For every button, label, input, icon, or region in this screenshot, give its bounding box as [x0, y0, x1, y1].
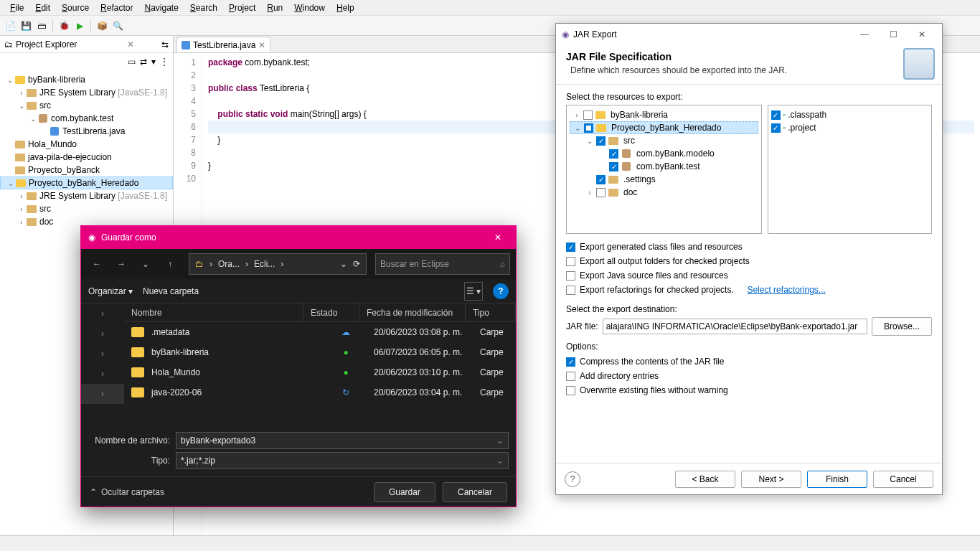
save-icon[interactable]: 💾 — [19, 19, 33, 33]
resource-item[interactable]: ⌄✓src — [570, 134, 758, 147]
help-icon[interactable]: ? — [493, 283, 509, 299]
tree-item[interactable]: ⌄Proyecto_byBank_Heredado — [0, 176, 173, 189]
resource-item[interactable]: ✓com.byBank.modelo — [570, 147, 758, 160]
forward-icon[interactable]: → — [111, 254, 131, 274]
collapse-icon[interactable]: ⇆ — [161, 39, 169, 50]
resource-files[interactable]: ✓ ▫ .classpath✓ ▫ .project — [768, 105, 932, 234]
tree-item[interactable]: TestLibreria.java — [0, 125, 173, 138]
resource-item[interactable]: ›byBank-libreria — [570, 108, 758, 121]
tree-item[interactable]: java-pila-de-ejecucion — [0, 151, 173, 164]
filename-label: Nombre de archivo: — [88, 435, 170, 446]
build-icon[interactable]: 📦 — [95, 19, 109, 33]
folder-icon: 🗀 — [194, 259, 205, 269]
resource-tree[interactable]: ›byBank-libreria⌄Proyecto_byBank_Heredad… — [566, 105, 762, 234]
close-icon[interactable]: ✕ — [908, 24, 936, 44]
menu-project[interactable]: Project — [223, 1, 261, 14]
close-icon[interactable]: ✕ — [127, 39, 134, 50]
jar-file-input[interactable] — [603, 319, 867, 334]
dropdown-icon[interactable]: ⌄ — [339, 259, 349, 269]
menubar[interactable]: FileEditSourceRefactorNavigateSearchProj… — [0, 0, 980, 16]
option-check[interactable]: Add directory entries — [566, 369, 932, 383]
resource-file[interactable]: ✓ ▫ .project — [771, 121, 928, 134]
maximize-icon[interactable]: ☐ — [879, 24, 908, 44]
resource-item[interactable]: ✓.settings — [570, 173, 758, 186]
tree-item[interactable]: Hola_Mundo — [0, 138, 173, 151]
project-tree[interactable]: ⌄byBank-libreria›JRE System Library [Jav… — [0, 70, 173, 231]
filename-input[interactable]: byBank-exportado3⌄ — [176, 432, 509, 449]
java-file-icon — [182, 41, 190, 50]
menu-refactor[interactable]: Refactor — [95, 1, 138, 14]
tree-item[interactable]: ›JRE System Library [JavaSE-1.8] — [0, 86, 173, 99]
up-icon[interactable]: ↑ — [160, 254, 180, 274]
search-input[interactable]: Buscar en Eclipse ⌕ — [375, 253, 510, 275]
help-icon[interactable]: ? — [565, 471, 580, 487]
file-row[interactable]: Hola_Mundo●20/06/2023 03:10 p. m.Carpe — [124, 362, 516, 382]
debug-icon[interactable]: 🐞 — [57, 19, 71, 33]
next-button[interactable]: Next > — [741, 471, 801, 488]
export-option[interactable]: Export Java source files and resources — [566, 268, 932, 283]
view-icon[interactable]: ☰ ▾ — [464, 282, 483, 301]
save-all-icon[interactable]: 🗃 — [34, 19, 49, 33]
menu-icon[interactable]: ⋮ — [160, 57, 169, 67]
filter-icon[interactable]: ▾ — [151, 57, 156, 67]
menu-help[interactable]: Help — [331, 1, 360, 14]
refresh-icon[interactable]: ⟳ — [352, 259, 362, 269]
dialog-titlebar[interactable]: ◉ JAR Export — ☐ ✕ — [556, 24, 942, 45]
export-option[interactable]: ✓Export generated class files and resour… — [566, 240, 932, 254]
run-icon[interactable]: ▶ — [72, 19, 87, 33]
export-option[interactable]: Export all output folders for checked pr… — [566, 254, 932, 268]
close-icon[interactable]: ✕ — [258, 40, 265, 50]
organize-button[interactable]: Organizar ▾ — [88, 286, 133, 296]
link-editor-icon[interactable]: ⇄ — [140, 57, 147, 67]
col-status[interactable]: Estado — [303, 303, 359, 321]
browse-button[interactable]: Browse... — [872, 317, 932, 336]
tree-item[interactable]: ›JRE System Library [JavaSE-1.8] — [0, 189, 173, 202]
cancel-button[interactable]: Cancelar — [443, 482, 507, 502]
tree-item[interactable]: Proyecto_byBanck — [0, 164, 173, 176]
file-row[interactable]: byBank-libreria●06/07/2023 06:05 p. m.Ca… — [124, 342, 516, 362]
menu-window[interactable]: Window — [288, 1, 331, 14]
minimize-icon[interactable]: — — [850, 24, 879, 44]
tree-item[interactable]: ⌄com.bybank.test — [0, 112, 173, 125]
col-date[interactable]: Fecha de modificación — [359, 303, 466, 321]
finish-button[interactable]: Finish — [807, 471, 867, 488]
menu-search[interactable]: Search — [184, 1, 223, 14]
tree-item[interactable]: ⌄byBank-libreria — [0, 73, 173, 86]
search-icon[interactable]: 🔍 — [110, 19, 125, 33]
option-check[interactable]: Overwrite existing files without warning — [566, 383, 932, 397]
editor-tab[interactable]: TestLibreria.java ✕ — [176, 37, 270, 52]
file-row[interactable]: .metadata☁20/06/2023 03:08 p. m.Carpe — [124, 322, 516, 342]
breadcrumb[interactable]: 🗀 › Ora... › Ecli... › ⌄ ⟳ — [189, 253, 367, 275]
new-icon[interactable]: 📄 — [3, 19, 17, 33]
menu-source[interactable]: Source — [56, 1, 95, 14]
menu-run[interactable]: Run — [261, 1, 288, 14]
menu-edit[interactable]: Edit — [29, 1, 56, 14]
save-titlebar[interactable]: ◉ Guardar como ✕ — [81, 226, 516, 249]
resource-item[interactable]: ⌄Proyecto_byBank_Heredado — [570, 121, 758, 134]
type-select[interactable]: *.jar;*.zip⌄ — [176, 452, 509, 469]
save-button[interactable]: Guardar — [374, 482, 435, 502]
dropdown-icon[interactable]: ⌄ — [136, 254, 156, 274]
option-check[interactable]: ✓Compress the contents of the JAR file — [566, 354, 932, 369]
col-type[interactable]: Tipo — [466, 303, 516, 321]
export-option[interactable]: Export refactorings for checked projects… — [566, 283, 932, 297]
hide-folders-toggle[interactable]: ⌃ Ocultar carpetas — [90, 487, 164, 497]
resource-item[interactable]: ✓com.byBank.test — [570, 160, 758, 173]
col-name[interactable]: Nombre — [124, 303, 303, 321]
back-icon[interactable]: ← — [87, 254, 107, 274]
eclipse-icon: ◉ — [88, 232, 95, 242]
cancel-button[interactable]: Cancel — [873, 471, 933, 488]
tree-item[interactable]: ⌄src — [0, 99, 173, 112]
folder-nav[interactable]: ›››› › — [81, 303, 124, 425]
resource-file[interactable]: ✓ ▫ .classpath — [771, 108, 928, 121]
menu-navigate[interactable]: Navigate — [138, 1, 184, 14]
file-row[interactable]: java-2020-06↻20/06/2023 03:04 p. m.Carpe — [124, 382, 516, 402]
back-button[interactable]: < Back — [675, 471, 735, 488]
new-folder-button[interactable]: Nueva carpeta — [143, 286, 199, 296]
collapse-all-icon[interactable]: ▭ — [128, 57, 136, 67]
file-list[interactable]: Nombre Estado Fecha de modificación Tipo… — [124, 303, 516, 425]
menu-file[interactable]: File — [4, 1, 29, 14]
close-icon[interactable]: ✕ — [487, 227, 509, 248]
resource-item[interactable]: ›doc — [570, 186, 758, 199]
tree-item[interactable]: ›src — [0, 202, 173, 215]
